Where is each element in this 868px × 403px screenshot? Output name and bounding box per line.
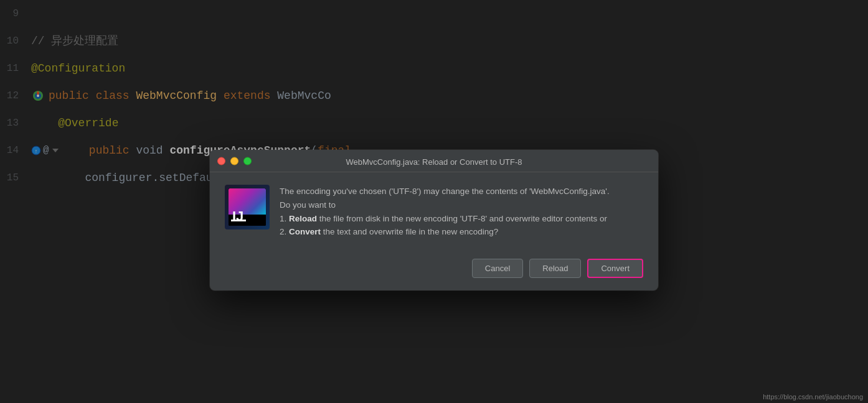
message-line4: 2. Convert the text and overwrite file i… — [280, 227, 498, 236]
ij-logo-text: IJ — [232, 210, 243, 223]
dialog-window: WebMvcConfig.java: Reload or Convert to … — [210, 150, 658, 290]
minimize-button[interactable] — [230, 157, 238, 165]
close-button[interactable] — [217, 157, 225, 165]
intellij-logo: IJ — [225, 185, 270, 229]
ij-logo-inner: IJ — [229, 188, 266, 226]
traffic-lights — [217, 157, 252, 165]
convert-button[interactable]: Convert — [587, 259, 643, 278]
message-line3: 1. Reload the file from disk in the new … — [280, 214, 607, 223]
cancel-button[interactable]: Cancel — [472, 259, 523, 278]
dialog-title: WebMvcConfig.java: Reload or Convert to … — [346, 157, 522, 167]
message-line1: The encoding you've chosen ('UTF-8') may… — [280, 187, 610, 196]
dialog-message: The encoding you've chosen ('UTF-8') may… — [280, 185, 643, 238]
dialog-titlebar: WebMvcConfig.java: Reload or Convert to … — [210, 150, 658, 172]
reload-button[interactable]: Reload — [529, 259, 581, 278]
maximize-button[interactable] — [243, 157, 252, 165]
dialog-body: IJ The encoding you've chosen ('UTF-8') … — [210, 172, 658, 251]
dialog-footer: Cancel Reload Convert — [210, 251, 658, 290]
message-line2: Do you want to — [280, 200, 336, 210]
url-watermark: https://blog.csdn.net/jiaobuchong — [763, 393, 863, 401]
dialog-overlay: WebMvcConfig.java: Reload or Convert to … — [0, 0, 868, 403]
